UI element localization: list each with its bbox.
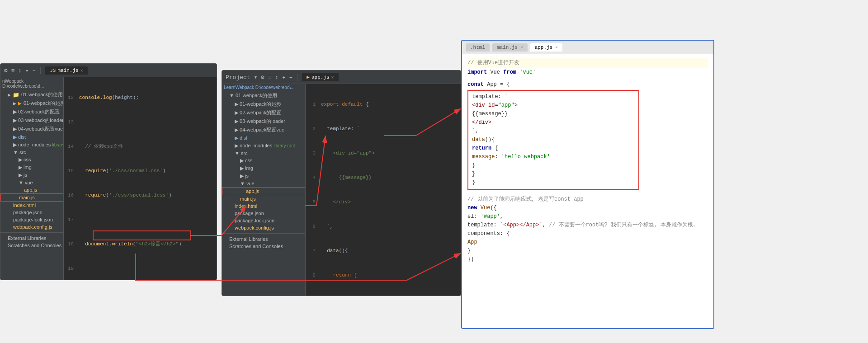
- right-tab-appjs[interactable]: app.js ✕: [530, 43, 562, 52]
- tree-item-vue-folder[interactable]: ▼ vue: [0, 179, 63, 186]
- middle-code-lines: 1export default { 2 template: ` 3 <div i…: [306, 84, 461, 296]
- mid-line-5: 5 </div>: [306, 198, 461, 206]
- mid-tree-vue[interactable]: ▶ 04-webpack配置vue: [222, 126, 305, 134]
- mid-tree-webpack[interactable]: ▼ 01-webpack的使用: [222, 91, 305, 100]
- left-panel-body: nWebpack D:\code\webrepo\d... ▶📁 01-webp…: [0, 77, 217, 280]
- right-rb-message: message: 'hello webpack': [472, 153, 635, 161]
- right-tab-appjs-label: app.js: [535, 45, 553, 50]
- mid-tree-src[interactable]: ▼ src: [222, 150, 305, 157]
- mid-tree-mainjs[interactable]: main.js: [222, 195, 305, 202]
- mid-tree-img[interactable]: ▶ img: [222, 164, 305, 172]
- right-code-content: // 使用Vue进行开发 import Vue from 'vue' const…: [462, 54, 713, 328]
- middle-close-icon[interactable]: ✕: [331, 75, 334, 80]
- tree-item-node-modules[interactable]: ▶ node_modules library root: [0, 141, 63, 149]
- mid-tree-appjs-selected[interactable]: app.js: [222, 187, 305, 195]
- code-line-19: 19: [64, 264, 217, 273]
- tree-item-pkg-lock[interactable]: package-lock.json: [0, 216, 63, 223]
- left-tab-mainjs[interactable]: JS main.js ✕: [45, 66, 87, 75]
- mid-tree-scratches[interactable]: Scratches and Consoles: [222, 243, 305, 250]
- code-line-17: 17: [64, 216, 217, 224]
- middle-tab-appjs[interactable]: ▶ app.js ✕: [302, 73, 338, 81]
- tree-item-index-html[interactable]: index.html: [0, 202, 63, 209]
- right-comment1-text: // 使用Vue进行开发: [467, 60, 519, 66]
- tree-item-loader[interactable]: ▶ 03-webpack的loader: [0, 116, 63, 125]
- right-tab-mainjs[interactable]: main.js ✕: [492, 43, 528, 52]
- mid-tree-loader[interactable]: ▶ 03-webpack的loader: [222, 117, 305, 126]
- right-comment2: // 以前为了能演示响应式, 老是写const app: [467, 195, 708, 204]
- js-file-icon: JS: [50, 68, 56, 73]
- mid-line-7: 7 data(){: [306, 247, 461, 255]
- right-rb-close1: }: [472, 161, 635, 170]
- right-rb-close2: }: [472, 170, 635, 179]
- mid-tree-css[interactable]: ▶ css: [222, 157, 305, 164]
- right-components: components: {: [467, 230, 708, 238]
- tree-item-ext-libs[interactable]: External Libraries: [0, 235, 63, 242]
- mid-tree-html[interactable]: index.html: [222, 202, 305, 210]
- right-el: el: '#app',: [467, 212, 708, 221]
- mid-divider: [222, 233, 305, 234]
- right-rb-data: data(){: [472, 136, 635, 144]
- code-line-12: 12console.log(height);: [64, 94, 217, 102]
- middle-file-tree: LearnWebpack D:\code\webrepo\... ▼ 01-we…: [222, 84, 306, 296]
- mid-line-4: 4 {{message}}: [306, 174, 461, 182]
- tree-item-dist[interactable]: ▶ dist: [0, 133, 63, 141]
- tree-item-appjs[interactable]: app.js: [0, 186, 63, 193]
- code-line-16: 16 require('./css/special.less'): [64, 191, 217, 199]
- right-close2: }): [467, 255, 708, 264]
- left-toolbar: ⚙ ≡ ↕ ✦ –: [4, 67, 36, 74]
- right-new-vue: new Vue({: [467, 204, 708, 212]
- right-template: template: `<App></App>`, // 不需要一个root吗? …: [467, 221, 708, 230]
- mid-tree-webpack-cfg[interactable]: webpack.config.js: [222, 224, 305, 231]
- tree-item-scratches[interactable]: Scratches and Consoles: [0, 242, 63, 249]
- mid-line-8: 8 return {: [306, 271, 461, 279]
- left-tab-label: main.js: [57, 68, 78, 73]
- right-tab-appjs-close[interactable]: ✕: [555, 45, 557, 50]
- middle-code-content: 1export default { 2 template: ` 3 <div i…: [306, 84, 461, 296]
- mid-tree-node-modules[interactable]: ▶ node_modules library root: [222, 142, 305, 150]
- mid-line-1: 1export default {: [306, 100, 461, 108]
- tree-item-vue[interactable]: ▶ 04-webpack配置vue: [0, 125, 63, 133]
- spacer2: [467, 191, 708, 195]
- code-line-13: 13: [64, 118, 217, 126]
- tree-item-css[interactable]: ▶ css: [0, 156, 63, 164]
- tree-item-webpack-config[interactable]: webpack.config.js: [0, 223, 63, 230]
- mid-line-3: 3 <div id="app">: [306, 149, 461, 157]
- middle-panel: Project ▾ ⚙ ≡ ↕ ✦ – ▶ app.js ✕ LearnWebp…: [222, 70, 461, 296]
- right-tab-mainjs-close[interactable]: ✕: [520, 45, 523, 50]
- left-code-view: 12console.log(height); 13 14 // 依赖css文件 …: [64, 77, 217, 280]
- tree-item-js[interactable]: ▶ js: [0, 171, 63, 179]
- right-rb-div-close: </div>: [472, 118, 635, 127]
- mid-tree-qibu[interactable]: ▶ 01-webpack的起步: [222, 100, 305, 108]
- right-app-ref: App: [467, 238, 708, 247]
- middle-breadcrumb: LearnWebpack D:\code\webrepo\...: [222, 84, 305, 91]
- mid-tree-js[interactable]: ▶ js: [222, 172, 305, 180]
- right-tab-mainjs-label: main.js: [497, 45, 518, 50]
- right-rb-msg: {{message}}: [472, 110, 635, 118]
- middle-toolbar: Project ▾ ⚙ ≡ ↕ ✦ –: [226, 74, 292, 81]
- mid-tree-dist[interactable]: ▶ dist: [222, 134, 305, 142]
- right-rb-close3: }: [472, 179, 635, 187]
- tree-item-qibu[interactable]: ▶▶ 01-webpack的起步: [0, 99, 63, 108]
- tree-item-img[interactable]: ▶ img: [0, 164, 63, 171]
- right-close1: }: [467, 247, 708, 255]
- mid-tree-vue-folder[interactable]: ▼ vue: [222, 180, 305, 187]
- mid-tree-pkg[interactable]: package.json: [222, 210, 305, 217]
- mid-tree-peizhi[interactable]: ▶ 02-webpack的配置: [222, 108, 305, 117]
- breadcrumb-left: nWebpack D:\code\webrepo\d...: [0, 77, 63, 90]
- mid-tree-ext[interactable]: External Libraries: [222, 235, 305, 243]
- middle-panel-header: Project ▾ ⚙ ≡ ↕ ✦ – ▶ app.js ✕: [222, 70, 461, 84]
- tree-item-webpack[interactable]: ▶📁 01-webpack的使用: [0, 90, 63, 99]
- middle-js-icon: ▶: [307, 74, 310, 80]
- tree-item-pkg-json[interactable]: package.json: [0, 209, 63, 216]
- right-tab-html[interactable]: .html: [466, 43, 490, 52]
- right-tab-html-label: .html: [470, 45, 485, 50]
- tree-item-src[interactable]: ▼ src: [0, 149, 63, 156]
- middle-panel-body: LearnWebpack D:\code\webrepo\... ▼ 01-we…: [222, 84, 461, 296]
- left-panel: ⚙ ≡ ↕ ✦ – JS main.js ✕ nWebpack D:\code\…: [0, 63, 217, 280]
- tree-item-peizhi[interactable]: ▶ 02-webpack的配置: [0, 108, 63, 116]
- mid-tree-pkg-lock[interactable]: package-lock.json: [222, 217, 305, 224]
- close-icon[interactable]: ✕: [80, 68, 83, 73]
- spacer1: [467, 77, 708, 80]
- right-const-app: const App = {: [467, 80, 708, 89]
- tree-item-mainjs-selected[interactable]: main.js: [0, 193, 63, 202]
